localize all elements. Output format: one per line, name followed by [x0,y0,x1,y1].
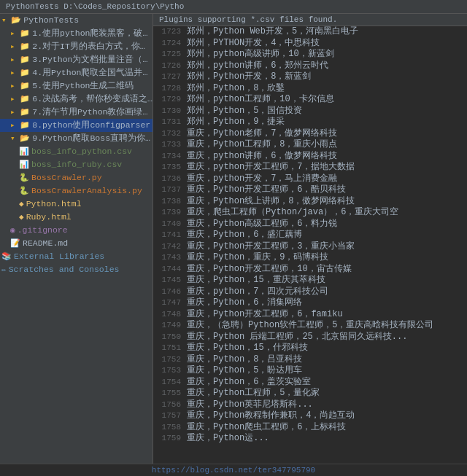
tree-item-bosscrawler[interactable]: 🐍BossCrawler.py [0,171,153,184]
output-line: 1759重庆，Python运... [153,433,467,445]
output-line: 1743重庆，Python，重庆，9，码博科技 [153,252,467,264]
tree-item-item4[interactable]: ▸ 📁4.用Python爬取全国气温并绘图展示Top1 [0,66,153,79]
line-content: 重庆，Python开发工程师，6，酷贝科技 [187,184,346,196]
line-number: 1739 [156,207,181,219]
output-line: 1747重庆，Python，6，消集网络 [153,297,467,309]
line-content: 重庆，Python运... [187,433,269,445]
line-content: 重庆，Python，5，盼达用车 [187,365,302,377]
line-number: 1729 [156,94,181,106]
output-line: 1730郑州，Python，5，国信投资 [153,106,467,117]
output-line: 1734重庆，python讲师，6，傲梦网络科技 [153,151,467,163]
output-line: 1738重庆，Python线上讲师，8，傲梦网络科技 [153,196,467,208]
output-line: 1741重庆，Python，6，盛汇藕博 [153,230,467,241]
tree-item-icon: ◆ [19,198,24,210]
line-number: 1736 [156,173,181,185]
output-line: 1756重庆，Python英菲尼塔斯科... [153,399,467,411]
content-panel: Plugins supporting *.csv files found. 17… [153,14,467,464]
line-number: 1727 [156,71,181,83]
line-content: 重庆，Python爬虫工程师，6，上标科技 [187,422,346,434]
line-content: 重庆，python讲师，6，傲梦网络科技 [187,151,337,163]
status-bar: Plugins supporting *.csv files found. [153,14,467,26]
output-line: 1737重庆，Python开发工程师，6，酷贝科技 [153,184,467,196]
tree-item-icon: ▸ 📁 [10,80,30,92]
line-content: 郑州，Python Web开发，5，河南黑白电子 [187,26,358,38]
tree-item-label: boss_info_python.csv [31,146,132,157]
tree-item-label: README.md [23,238,68,249]
output-line: 1740重庆，Python高级工程师，6，料力锐 [153,219,467,230]
line-number: 1735 [156,162,181,173]
output-line: 1739重庆，爬虫工程师（Python/java），6，重庆大司空 [153,207,467,219]
output-line: 1754重庆，Python，6，盖茨实验室 [153,377,467,389]
tree-item-gitignore[interactable]: ◉.gitignore [0,224,153,237]
tree-item-bosscrawleranalysis[interactable]: 🐍BossCrawlerAnalysis.py [0,184,153,198]
output-line: 1729郑州，python工程师，10，卡尔信息 [153,94,467,106]
tree-item-item3[interactable]: ▸ 📁3.Python为文档批量注音（生僻字歌词为例 [0,53,153,66]
tree-item-readme[interactable]: 📝README.md [0,237,153,250]
line-content: 郑州，Python，9，捷采 [187,117,285,128]
tree-item-python_html[interactable]: ◆Python.html [0,198,153,211]
tree-item-icon: ◆ [19,211,24,223]
line-content: 重庆，Python工程师，8，重庆小雨点 [187,139,337,151]
line-number: 1758 [156,422,181,434]
tree-item-icon: ▸ 📁 [10,93,30,105]
output-line: 1736重庆，python开发，7，马上消费金融 [153,173,467,185]
output-line: 1746重庆，python，7，四次元科技公司 [153,286,467,298]
line-content: 重庆，Python开发工程师，6，famiku [187,309,343,321]
tree-item-item9[interactable]: ▾ 📂9.Python爬取Boss直聘为你的就业指引方 [0,132,153,145]
line-number: 1724 [156,38,181,50]
tree-item-item6[interactable]: ▸ 📁6.决战高考，帮你秒变成语之王 [0,93,153,106]
tree-item-label: boss_info_ruby.csv [31,159,122,171]
tree-item-icon: 🐍 [19,172,29,184]
line-number: 1753 [156,365,181,377]
tree-item-label: PythonTests [23,15,79,26]
line-number: 1728 [156,83,181,95]
tree-item-boss_ruby_csv[interactable]: 📊boss_info_ruby.csv [0,158,153,171]
output-line: 1744重庆，Python开发工程师，10，宙古传媒 [153,264,467,276]
line-content: 重庆，Python老师，7，傲梦网络科技 [187,128,337,140]
line-content: 重庆，Python，6，盖茨实验室 [187,377,311,389]
tree-item-icon: ▸ 📁 [10,120,30,131]
line-content: 郑州，Python，5，国信投资 [187,106,302,117]
tree-item-item1[interactable]: ▸ 📁1.使用python爬装黑客，破解朋友的网站被 [0,27,153,40]
tree-item-item7[interactable]: ▸ 📁7.清午节用Python教你画绿豆糕 [0,106,153,119]
output-line: 1731郑州，Python，9，捷采 [153,117,467,128]
tree-item-label: 1.使用python爬装黑客，破解朋友的网站被 [32,28,153,39]
tree-item-ruby_html[interactable]: ◆Ruby.html [0,211,153,224]
output-area[interactable]: 1723郑州，Python Web开发，5，河南黑白电子1724郑州，PYTHO… [153,26,467,464]
tree-item-icon: ▸ 📁 [10,67,30,79]
line-content: 重庆，Python，8，吕亚科技 [187,354,302,366]
tree-item-icon: ▾ 📂 [1,15,21,26]
tree-item-item5[interactable]: ▸ 📁5.使用Python生成二维码 [0,79,153,93]
tree-item-icon: 📝 [10,238,20,249]
tree-item-boss_csv[interactable]: 📊boss_info_python.csv [0,145,153,158]
line-number: 1750 [156,332,181,343]
line-number: 1756 [156,399,181,411]
output-line: 1727郑州，Python开发，8，新蓝剑 [153,71,467,83]
file-tree[interactable]: ▾ 📂PythonTests▸ 📁1.使用python爬装黑客，破解朋友的网站被… [0,14,153,464]
line-content: 郑州，python高级讲师，10，新蓝剑 [187,49,334,61]
tree-item-label: Scratches and Consoles [9,264,120,276]
tree-item-label: 4.用Python爬取全国气温并绘图展示Top1 [32,67,153,79]
tree-item-root[interactable]: ▾ 📂PythonTests [0,14,153,27]
line-number: 1744 [156,264,181,276]
tree-item-extlib[interactable]: 📚External Libraries [0,250,153,263]
tree-item-icon: ◉ [10,225,15,236]
tree-item-scratches[interactable]: ✏Scratches and Consoles [0,263,153,276]
line-number: 1741 [156,230,181,241]
line-content: 重庆，Python 后端工程师，25，北京留同久远科技... [187,332,407,343]
line-number: 1742 [156,241,181,253]
line-content: 郑州，PYTHON开发，4，中思科技 [187,38,320,50]
line-content: 重庆，（急聘）Python软件工程师，5，重庆高晗科技有限公司 [187,320,433,332]
output-line: 1732重庆，Python老师，7，傲梦网络科技 [153,128,467,140]
line-content: 郑州，python工程师，10，卡尔信息 [187,94,334,106]
line-content: 重庆，Python教程制作兼职，4，尚趋互动 [187,410,355,422]
line-number: 1730 [156,106,181,117]
tree-item-label: 6.决战高考，帮你秒变成语之王 [32,93,153,105]
tree-item-item8[interactable]: ▸ 📁8.python使用configparser [0,119,153,132]
line-number: 1743 [156,252,181,264]
line-number: 1747 [156,297,181,309]
line-number: 1733 [156,139,181,151]
tree-item-item2[interactable]: ▸ 📁2.对于IT男的表白方式，你可能存在什么误 [0,40,153,53]
tree-item-icon: 📊 [19,146,29,157]
line-number: 1740 [156,219,181,230]
